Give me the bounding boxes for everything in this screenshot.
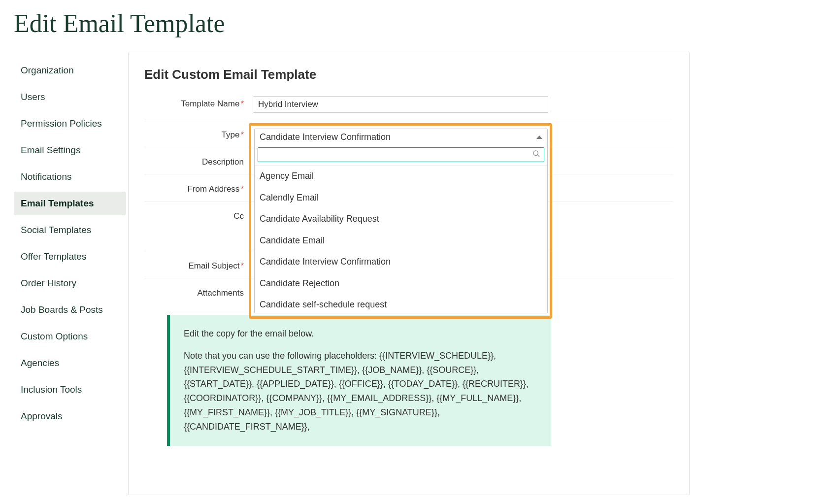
sidebar-item-order-history[interactable]: Order History [14, 271, 126, 295]
sidebar-item-offer-templates[interactable]: Offer Templates [14, 245, 126, 269]
caret-up-icon [536, 135, 542, 139]
label-email-subject: Email Subject* [144, 258, 253, 271]
type-select-options: Agency Email Calendly Email Candidate Av… [255, 165, 547, 313]
type-option-candidate-availability-request[interactable]: Candidate Availability Request [255, 208, 547, 230]
type-select-selected[interactable]: Candidate Interview Confirmation [255, 129, 547, 145]
required-mark: * [240, 99, 244, 108]
hint-line1: Edit the copy for the email below. [184, 327, 537, 341]
label-type: Type* [144, 127, 253, 140]
label-template-name: Template Name* [144, 96, 253, 109]
form: Template Name* Type* Candid [144, 96, 673, 446]
type-select-value: Candidate Interview Confirmation [260, 132, 391, 142]
template-name-input[interactable] [253, 96, 548, 113]
hint-line2: Note that you can use the following plac… [184, 349, 537, 434]
page-title: Edit Email Template [14, 0, 828, 52]
panel-title: Edit Custom Email Template [144, 67, 673, 82]
type-option-candidate-rejection[interactable]: Candidate Rejection [255, 273, 547, 295]
sidebar-item-agencies[interactable]: Agencies [14, 351, 126, 375]
label-attachments: Attachments [144, 285, 253, 298]
required-mark: * [240, 261, 244, 270]
type-option-candidate-interview-confirmation[interactable]: Candidate Interview Confirmation [255, 251, 547, 273]
sidebar-item-organization[interactable]: Organization [14, 59, 126, 82]
sidebar-item-permission-policies[interactable]: Permission Policies [14, 112, 126, 135]
row-type: Type* Candidate Interview Confirmation [144, 120, 673, 147]
required-mark: * [240, 184, 244, 194]
type-option-agency-email[interactable]: Agency Email [255, 166, 547, 187]
main-panel: Edit Custom Email Template Template Name… [128, 52, 690, 495]
type-select-search-input[interactable] [258, 147, 544, 162]
type-option-calendly-email[interactable]: Calendly Email [255, 187, 547, 209]
sidebar-item-custom-options[interactable]: Custom Options [14, 325, 126, 348]
sidebar-item-users[interactable]: Users [14, 85, 126, 109]
required-mark: * [240, 130, 244, 139]
sidebar-item-job-boards-posts[interactable]: Job Boards & Posts [14, 298, 126, 322]
label-from-address: From Address* [144, 181, 253, 194]
sidebar-item-email-templates[interactable]: Email Templates [14, 192, 126, 215]
type-select[interactable]: Candidate Interview Confirmation [254, 129, 548, 313]
sidebar: Organization Users Permission Policies E… [14, 52, 126, 431]
sidebar-item-notifications[interactable]: Notifications [14, 165, 126, 189]
hint-box: Edit the copy for the email below. Note … [167, 315, 551, 446]
type-highlight-box: Candidate Interview Confirmation [249, 123, 552, 319]
type-option-candidate-self-schedule-request[interactable]: Candidate self-schedule request [255, 294, 547, 313]
sidebar-item-approvals[interactable]: Approvals [14, 404, 126, 428]
sidebar-item-email-settings[interactable]: Email Settings [14, 138, 126, 162]
row-template-name: Template Name* [144, 96, 673, 120]
sidebar-item-inclusion-tools[interactable]: Inclusion Tools [14, 378, 126, 402]
sidebar-item-social-templates[interactable]: Social Templates [14, 218, 126, 242]
label-description: Description [144, 154, 253, 167]
label-cc: Cc [144, 208, 253, 221]
type-option-candidate-email[interactable]: Candidate Email [255, 230, 547, 252]
